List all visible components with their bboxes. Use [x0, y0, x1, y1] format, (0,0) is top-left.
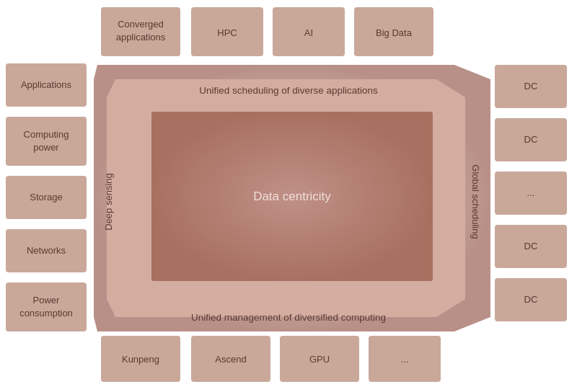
power-consumption-box [6, 282, 87, 331]
svg-text:Storage: Storage [30, 192, 63, 202]
svg-text:DC: DC [524, 241, 538, 251]
svg-text:Power: Power [33, 295, 61, 306]
svg-text:Big Data: Big Data [376, 27, 413, 38]
data-centricity-label: Data centricity [253, 190, 331, 203]
svg-text:Ascend: Ascend [215, 354, 246, 365]
svg-text:Kunpeng: Kunpeng [122, 354, 159, 365]
diagram-container: Converged applications HPC AI Big Data K… [0, 0, 577, 392]
svg-text:power: power [33, 142, 59, 153]
svg-text:DC: DC [524, 134, 538, 145]
right-vertical-label: Global scheduling [470, 164, 481, 239]
svg-text:Applications: Applications [21, 79, 72, 90]
left-vertical-label: Deep sensing [103, 173, 114, 231]
bottom-center-label: Unified management of diversified comput… [191, 312, 386, 323]
svg-text:HPC: HPC [217, 27, 237, 38]
svg-text:...: ... [527, 187, 535, 198]
svg-text:DC: DC [524, 81, 538, 92]
main-diagram-svg: Converged applications HPC AI Big Data K… [0, 0, 577, 392]
svg-text:GPU: GPU [309, 354, 330, 365]
svg-text:consumption: consumption [19, 308, 73, 318]
svg-text:Networks: Networks [27, 245, 66, 256]
svg-text:DC: DC [524, 294, 538, 305]
computing-power-box [6, 117, 87, 166]
svg-text:AI: AI [304, 27, 313, 38]
svg-text:applications: applications [116, 32, 166, 43]
svg-text:Converged: Converged [118, 19, 164, 30]
svg-text:...: ... [401, 354, 409, 365]
top-center-label: Unified scheduling of diverse applicatio… [199, 85, 378, 96]
svg-text:Computing: Computing [24, 129, 69, 140]
